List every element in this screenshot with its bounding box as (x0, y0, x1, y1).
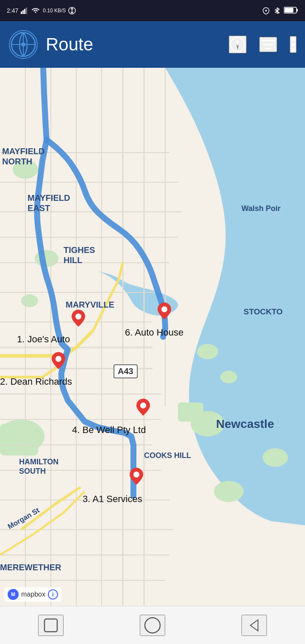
svg-point-28 (197, 344, 218, 359)
app-bar-icons (229, 36, 297, 53)
svg-point-5 (265, 10, 267, 11)
road-badge-a43: A43 (114, 364, 138, 378)
svg-rect-3 (26, 8, 27, 14)
svg-rect-62 (44, 619, 57, 632)
svg-point-25 (214, 481, 244, 502)
status-bar: 2:47 0.10 KB/S (0, 0, 305, 21)
status-right (262, 6, 298, 15)
pin-stop6 (158, 303, 171, 321)
recents-button[interactable] (38, 615, 64, 636)
app-title: Route (46, 34, 221, 55)
map-svg (0, 68, 305, 606)
home-button[interactable] (140, 615, 165, 636)
bluetooth-icon (274, 7, 280, 14)
map-container[interactable]: MAYFIELDNORTH MAYFIELDEAST TIGHESHILL MA… (0, 68, 305, 606)
svg-point-29 (220, 371, 237, 383)
app-logo (8, 30, 38, 59)
svg-rect-7 (297, 9, 298, 11)
svg-point-61 (161, 306, 167, 312)
svg-point-31 (35, 250, 58, 267)
pin-stop4 (136, 399, 150, 417)
svg-rect-8 (285, 8, 294, 12)
compass-button[interactable] (229, 36, 247, 53)
signal-icon (21, 7, 28, 14)
svg-marker-64 (250, 620, 258, 631)
svg-point-11 (21, 42, 25, 47)
svg-point-60 (133, 472, 139, 477)
svg-point-18 (291, 38, 295, 41)
back-icon (244, 616, 264, 635)
mapbox-attribution: M mapbox i (4, 587, 61, 602)
app-bar: Route (0, 21, 305, 68)
svg-point-20 (291, 48, 295, 51)
svg-point-32 (21, 294, 38, 307)
network-speed: 0.10 KB/S (43, 8, 66, 14)
filter-button[interactable] (259, 37, 277, 52)
battery-display (284, 6, 298, 15)
wifi-icon (31, 7, 40, 14)
location-status-icon (262, 7, 270, 14)
pin-stop1 (72, 310, 85, 328)
svg-rect-0 (21, 11, 22, 14)
square-icon (41, 616, 61, 635)
svg-rect-30 (178, 402, 203, 422)
svg-point-26 (263, 448, 288, 467)
compass-icon (230, 36, 246, 53)
data-icon (68, 7, 76, 14)
svg-point-58 (55, 356, 61, 362)
svg-rect-23 (0, 424, 38, 455)
svg-rect-2 (24, 9, 25, 14)
time-display: 2:47 (7, 7, 18, 14)
svg-point-19 (291, 43, 295, 46)
info-icon[interactable]: i (48, 589, 58, 600)
mapbox-logo: M (8, 589, 19, 600)
battery-icon (284, 6, 298, 14)
status-left: 2:47 0.10 KB/S (7, 7, 76, 14)
svg-point-59 (140, 402, 146, 408)
mapbox-label: mapbox (21, 591, 45, 598)
pin-stop3 (130, 468, 143, 486)
svg-marker-13 (236, 39, 239, 44)
more-icon (291, 37, 296, 52)
svg-rect-1 (22, 10, 24, 14)
pin-stop2 (52, 352, 65, 371)
back-button[interactable] (241, 615, 267, 636)
svg-marker-14 (236, 44, 239, 50)
svg-point-63 (145, 618, 160, 633)
filter-icon (260, 38, 276, 51)
svg-point-57 (75, 314, 81, 319)
more-menu-button[interactable] (290, 36, 297, 53)
bottom-nav (0, 606, 305, 644)
circle-icon (143, 616, 162, 635)
